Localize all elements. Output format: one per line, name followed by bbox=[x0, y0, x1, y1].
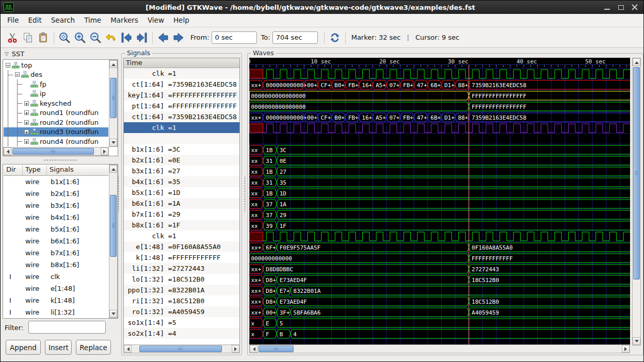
close-icon[interactable] bbox=[632, 4, 638, 11]
scroll-up-arrow[interactable] bbox=[633, 58, 640, 66]
to-input[interactable] bbox=[272, 31, 318, 44]
tree-item-fp[interactable]: fp bbox=[4, 79, 108, 89]
pane-splitter-right[interactable] bbox=[243, 176, 247, 212]
go-to-end-button[interactable] bbox=[134, 30, 150, 45]
expand-icon[interactable]: + bbox=[24, 129, 29, 134]
signal-row-blank[interactable] bbox=[124, 133, 239, 144]
maximize-icon[interactable] bbox=[618, 4, 624, 11]
paste-button[interactable] bbox=[36, 30, 51, 45]
tree-item-round4[interactable]: +round4 (roundfun bbox=[4, 137, 108, 146]
menu-view[interactable]: View bbox=[143, 14, 169, 27]
table-row[interactable]: wiree[1:48] bbox=[4, 283, 108, 294]
tree-item-keysched[interactable]: +keysched bbox=[4, 98, 108, 108]
previous-edge-button[interactable] bbox=[155, 30, 171, 45]
insert-button[interactable]: Insert bbox=[45, 340, 72, 355]
sst-expander[interactable]: ▽ SST bbox=[5, 50, 24, 58]
scroll-up-arrow[interactable] bbox=[109, 60, 117, 68]
filter-input[interactable] bbox=[28, 321, 106, 334]
column-header-signals[interactable]: Signals bbox=[47, 165, 108, 176]
signal-row[interactable]: clk =1 bbox=[124, 231, 239, 241]
next-edge-button[interactable] bbox=[171, 30, 186, 45]
signal-row[interactable]: b8x[1:6] =1F bbox=[124, 220, 239, 231]
signal-row[interactable]: so2x[1:4] =4 bbox=[124, 328, 239, 339]
signal-row[interactable]: ct[1:64] =7359B2163E4EDC58 bbox=[124, 79, 239, 90]
menu-file[interactable]: File bbox=[3, 14, 24, 27]
table-row[interactable]: wireb7x[1:6] bbox=[4, 247, 108, 259]
scroll-right-arrow[interactable] bbox=[622, 345, 630, 353]
waveform-canvas[interactable]: 010 sec20 sec30 sec40 sec50 secxx+000000… bbox=[249, 58, 630, 345]
minimize-icon[interactable] bbox=[604, 4, 610, 11]
tree-item-ip[interactable]: ip bbox=[4, 89, 108, 99]
signal-row[interactable]: b4x[1:6] =35 bbox=[124, 176, 239, 187]
signal-row[interactable]: b5x[1:6] =1D bbox=[124, 187, 239, 198]
tree-item-round1[interactable]: +round1 (roundfun bbox=[4, 108, 108, 118]
signal-row[interactable]: e[1:48] =0F160A8A55A0 bbox=[124, 241, 239, 252]
signal-row[interactable]: ro[1:32] =A4059459 bbox=[124, 306, 239, 317]
scrollbar-thumb[interactable] bbox=[259, 345, 294, 352]
column-header-dir[interactable]: Dir bbox=[4, 165, 23, 176]
scrollbar-thumb[interactable] bbox=[12, 148, 94, 155]
table-row[interactable]: wireb8x[1:6] bbox=[4, 259, 108, 271]
signal-row[interactable]: lo[1:32] =18C512B0 bbox=[124, 274, 239, 285]
signal-row[interactable]: k[1:48] =FFFFFFFFFFFF bbox=[124, 252, 239, 263]
append-button[interactable]: Append bbox=[6, 340, 41, 355]
scroll-left-arrow[interactable] bbox=[124, 345, 132, 353]
menu-edit[interactable]: Edit bbox=[24, 14, 46, 27]
scrollbar-thumb[interactable] bbox=[139, 345, 222, 352]
signal-row[interactable]: so1x[1:4] =5 bbox=[124, 317, 239, 328]
from-input[interactable] bbox=[212, 31, 257, 44]
tree-item-top[interactable]: −top bbox=[4, 60, 108, 70]
signal-row[interactable]: li[1:32] =27272443 bbox=[124, 263, 239, 274]
signal-row[interactable]: b1x[1:6] =3C bbox=[124, 144, 239, 155]
menu-search[interactable]: Search bbox=[46, 14, 79, 27]
scroll-down-arrow[interactable] bbox=[109, 310, 117, 318]
pane-splitter-left[interactable] bbox=[117, 176, 120, 212]
expand-icon[interactable]: + bbox=[24, 101, 29, 106]
table-row[interactable]: Iwireli[1:32] bbox=[4, 306, 108, 318]
signal-row[interactable]: b2x[1:6] =0E bbox=[124, 155, 239, 166]
signals-horizontal-scrollbar[interactable] bbox=[123, 344, 240, 353]
scroll-right-arrow[interactable] bbox=[101, 147, 108, 155]
expand-icon[interactable]: + bbox=[24, 110, 29, 115]
zoom-undo-button[interactable] bbox=[103, 30, 119, 45]
table-row[interactable]: Iwireclk bbox=[4, 271, 108, 283]
signal-row[interactable]: b6x[1:6] =1A bbox=[124, 198, 239, 209]
signal-row[interactable]: ppo[1:32] =8322B01A bbox=[124, 285, 239, 295]
signal-row[interactable]: clk =1 bbox=[124, 122, 239, 133]
replace-button[interactable]: Replace bbox=[76, 340, 111, 355]
tree-item-des[interactable]: −des bbox=[4, 70, 108, 80]
table-row[interactable]: wireb2x[1:6] bbox=[4, 188, 108, 200]
zoom-fit-button[interactable] bbox=[57, 30, 72, 45]
scroll-left-arrow[interactable] bbox=[4, 147, 11, 155]
signal-row[interactable]: b3x[1:6] =27 bbox=[124, 166, 239, 176]
menu-time[interactable]: Time bbox=[79, 14, 106, 27]
signal-row[interactable]: ct[1:64] =7359B2163E4EDC58 bbox=[124, 111, 239, 122]
menu-help[interactable]: Help bbox=[169, 14, 194, 27]
table-row[interactable]: wireb5x[1:6] bbox=[4, 223, 108, 235]
copy-button[interactable] bbox=[20, 30, 36, 45]
scrollbar-thumb[interactable] bbox=[633, 67, 640, 279]
waves-vertical-scrollbar[interactable] bbox=[632, 58, 641, 345]
pane-splitter-horizontal[interactable] bbox=[3, 158, 118, 162]
signal-row[interactable]: pt[1:64] =FFFFFFFFFFFFFFFF bbox=[124, 101, 239, 111]
tree-item-round3[interactable]: +round3 (roundfun bbox=[4, 127, 108, 137]
scroll-down-arrow[interactable] bbox=[633, 337, 640, 345]
collapse-icon[interactable]: − bbox=[15, 72, 20, 77]
tree-item-round2[interactable]: +round2 (roundfun bbox=[4, 118, 108, 127]
reload-button[interactable] bbox=[327, 30, 343, 45]
signal-row[interactable]: key[1:64] =FFFFFFFFFFFFFFFF bbox=[124, 90, 239, 101]
time-column-header[interactable]: Time bbox=[124, 58, 239, 68]
signal-row[interactable]: clk =1 bbox=[124, 68, 239, 79]
scroll-up-arrow[interactable] bbox=[109, 165, 117, 173]
zoom-in-button[interactable] bbox=[72, 30, 88, 45]
sst-tree-vertical-scrollbar[interactable] bbox=[109, 60, 118, 147]
collapse-icon[interactable]: − bbox=[6, 63, 10, 68]
table-row[interactable]: wireb1x[1:6] bbox=[4, 176, 108, 188]
table-row[interactable]: wireb6x[1:6] bbox=[4, 235, 108, 247]
column-header-type[interactable]: Type bbox=[23, 165, 47, 176]
waves-horizontal-scrollbar[interactable] bbox=[249, 344, 630, 353]
table-row[interactable]: wireb4x[1:6] bbox=[4, 211, 108, 223]
signal-row[interactable]: b7x[1:6] =29 bbox=[124, 209, 239, 220]
cut-button[interactable] bbox=[5, 30, 20, 45]
scrollbar-thumb[interactable] bbox=[110, 195, 117, 257]
